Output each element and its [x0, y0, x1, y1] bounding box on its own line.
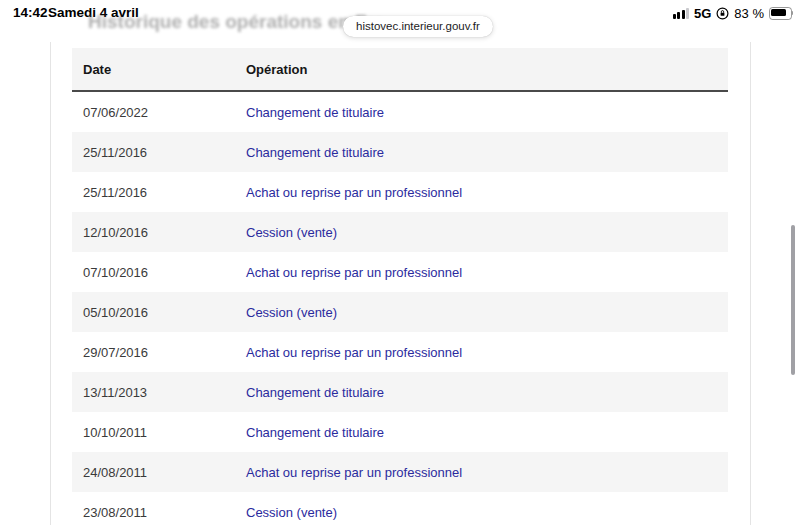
- table-row: 07/06/2022 Changement de titulaire: [72, 92, 728, 132]
- table-row: 29/07/2016 Achat ou reprise par un profe…: [72, 332, 728, 372]
- operation-link[interactable]: Achat ou reprise par un professionnel: [246, 465, 728, 480]
- cellular-signal-icon: [673, 8, 690, 19]
- content-right-border: [750, 42, 751, 525]
- operations-table: Date Opération 07/06/2022 Changement de …: [72, 48, 728, 525]
- operation-link[interactable]: Changement de titulaire: [246, 105, 728, 120]
- battery-icon: [769, 7, 793, 19]
- operation-link[interactable]: Changement de titulaire: [246, 145, 728, 160]
- operation-date: 07/06/2022: [72, 105, 246, 120]
- table-row: 12/10/2016 Cession (vente): [72, 212, 728, 252]
- operation-link[interactable]: Cession (vente): [246, 225, 728, 240]
- table-header-row: Date Opération: [72, 48, 728, 92]
- network-type-label: 5G: [694, 6, 711, 21]
- operation-link[interactable]: Achat ou reprise par un professionnel: [246, 185, 728, 200]
- table-row: 23/08/2011 Cession (vente): [72, 492, 728, 525]
- scrollbar-thumb[interactable]: [791, 225, 795, 375]
- rotation-lock-icon: [716, 7, 729, 20]
- operation-date: 13/11/2013: [72, 385, 246, 400]
- status-indicators: 5G 83 %: [673, 4, 793, 22]
- table-row: 05/10/2016 Cession (vente): [72, 292, 728, 332]
- operation-date: 25/11/2016: [72, 145, 246, 160]
- operation-date: 24/08/2011: [72, 465, 246, 480]
- operation-date: 23/08/2011: [72, 505, 246, 520]
- address-bar[interactable]: histovec.interieur.gouv.fr: [343, 16, 493, 37]
- content-left-border: [50, 42, 51, 525]
- operation-date: 07/10/2016: [72, 265, 246, 280]
- operation-link[interactable]: Cession (vente): [246, 505, 728, 520]
- status-time: 14:42: [13, 5, 48, 20]
- column-header-operation: Opération: [246, 62, 728, 77]
- operation-date: 10/10/2011: [72, 425, 246, 440]
- operation-date: 05/10/2016: [72, 305, 246, 320]
- operation-date: 29/07/2016: [72, 345, 246, 360]
- operation-date: 25/11/2016: [72, 185, 246, 200]
- table-row: 25/11/2016 Changement de titulaire: [72, 132, 728, 172]
- table-row: 24/08/2011 Achat ou reprise par un profe…: [72, 452, 728, 492]
- table-row: 07/10/2016 Achat ou reprise par un profe…: [72, 252, 728, 292]
- column-header-date: Date: [72, 62, 246, 77]
- operation-link[interactable]: Changement de titulaire: [246, 425, 728, 440]
- operation-date: 12/10/2016: [72, 225, 246, 240]
- operation-link[interactable]: Achat ou reprise par un professionnel: [246, 265, 728, 280]
- battery-percent-label: 83 %: [734, 6, 764, 21]
- page-title-blurred: Historique des opérations en Fra: [88, 11, 385, 33]
- operation-link[interactable]: Achat ou reprise par un professionnel: [246, 345, 728, 360]
- operation-link[interactable]: Changement de titulaire: [246, 385, 728, 400]
- table-body: 07/06/2022 Changement de titulaire 25/11…: [72, 92, 728, 525]
- table-row: 13/11/2013 Changement de titulaire: [72, 372, 728, 412]
- operation-link[interactable]: Cession (vente): [246, 305, 728, 320]
- table-row: 10/10/2011 Changement de titulaire: [72, 412, 728, 452]
- table-row: 25/11/2016 Achat ou reprise par un profe…: [72, 172, 728, 212]
